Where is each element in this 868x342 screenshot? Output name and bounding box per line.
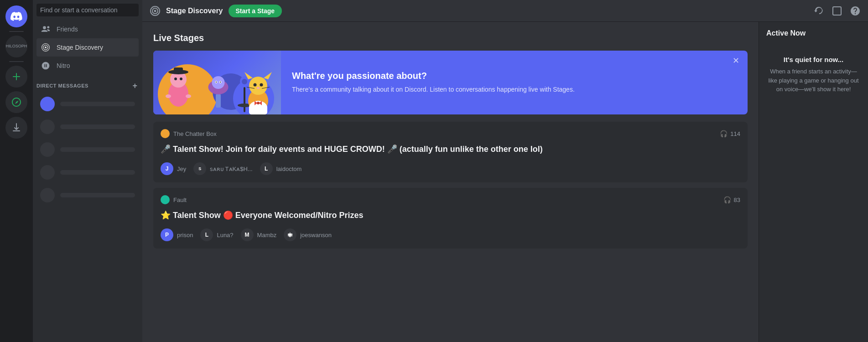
banner-art (153, 51, 281, 114)
listener-count-1: 114 (730, 130, 740, 137)
speaker-saru: S ꜱᴀʀᴜ TᴀKᴀ$H... (193, 162, 252, 175)
start-stage-button[interactable]: Start a Stage (229, 5, 282, 17)
stage-card-2[interactable]: Fault 🎧 83 ⭐ Talent Show 🔴 Everyone Welc… (153, 188, 748, 249)
stage-server-avatar-1 (161, 129, 170, 138)
dm-section-header: DIRECT MESSAGES + (33, 75, 142, 91)
speaker-avatar-mambz: M (241, 228, 254, 241)
window-icon[interactable] (832, 5, 842, 16)
sidebar-item-nitro[interactable]: Nitro (36, 57, 139, 75)
stage-discovery-label: Stage Discovery (57, 44, 103, 51)
speaker-laidoctom: L laidoctom (260, 162, 302, 175)
dm-add-button[interactable]: + (131, 82, 139, 89)
server-separator-2 (9, 61, 24, 62)
help-icon[interactable] (850, 5, 861, 16)
speaker-name-saru: ꜱᴀʀᴜ TᴀKᴀ$H... (210, 166, 252, 172)
stage-server-info-1: The Chatter Box (161, 129, 217, 138)
svg-point-12 (180, 78, 182, 80)
banner-headline: What're you passionate about? (292, 71, 737, 81)
search-placeholder: Find or start a conversation (40, 6, 118, 14)
refresh-icon[interactable] (813, 5, 824, 16)
listener-count-2: 83 (734, 197, 740, 203)
dm-name (60, 124, 135, 129)
dm-name (60, 193, 135, 197)
svg-point-20 (216, 82, 217, 83)
svg-point-30 (254, 83, 257, 87)
svg-rect-6 (833, 7, 841, 15)
stage-listener-count-2: 🎧 83 (723, 196, 740, 203)
main-header: Stage Discovery Start a Stage (142, 0, 868, 22)
active-now-title: Active Now (766, 29, 861, 37)
server-icon-philosophy[interactable]: PHILOSOPHY (5, 36, 27, 57)
speaker-name-laidoctom: laidoctom (276, 166, 302, 172)
dm-name (60, 102, 135, 106)
active-now-quiet-title: It's quiet for now... (766, 56, 861, 63)
active-now-quiet-desc: When a friend starts an activity—like pl… (766, 67, 861, 94)
sidebar-item-stage-discovery[interactable]: Stage Discovery (36, 38, 139, 57)
stage-title-1: 🎤 Talent Show! Join for daily events and… (161, 144, 740, 155)
speaker-avatar-luna: L (200, 228, 213, 241)
live-stages-title: Live Stages (153, 33, 748, 43)
dm-item[interactable] (36, 93, 139, 115)
banner-close-button[interactable]: ✕ (730, 55, 741, 66)
headphone-icon-2: 🎧 (723, 196, 731, 203)
server-sidebar: PHILOSOPHY (0, 0, 33, 342)
speaker-avatar-saru: S (193, 162, 206, 175)
speaker-luna: L Luna? (200, 228, 233, 241)
speaker-mambz: M Mambz (241, 228, 277, 241)
headphone-icon-1: 🎧 (720, 130, 728, 137)
nitro-label: Nitro (57, 62, 70, 69)
stage-server-name-1: The Chatter Box (173, 130, 217, 137)
speaker-name-joeswanson: joeswanson (300, 232, 332, 238)
speaker-jey: J Jey (161, 162, 186, 175)
svg-point-39 (257, 102, 260, 104)
dm-avatar (40, 119, 55, 134)
svg-point-21 (220, 82, 221, 83)
svg-rect-36 (249, 105, 267, 114)
svg-point-5 (154, 10, 156, 12)
stage-server-name-2: Fault (173, 197, 187, 203)
server-icon-home[interactable] (5, 5, 27, 27)
server-icon-compass[interactable] (5, 91, 27, 113)
stage-card-2-header: Fault 🎧 83 (161, 195, 740, 204)
sidebar-nav: Friends Stage Discovery Nitro (33, 20, 142, 75)
active-now-quiet: It's quiet for now... When a friend star… (766, 47, 861, 103)
dm-avatar (40, 188, 55, 202)
dm-avatar (40, 142, 55, 157)
svg-rect-15 (216, 94, 221, 108)
header-title: Stage Discovery (166, 7, 223, 15)
content-body: Live Stages (142, 22, 868, 342)
nitro-icon (40, 60, 51, 71)
speaker-name-mambz: Mambz (257, 232, 277, 238)
svg-point-27 (249, 77, 267, 95)
stage-listener-count-1: 🎧 114 (720, 130, 740, 137)
speaker-prison: P prison (161, 228, 193, 241)
svg-point-31 (260, 83, 263, 87)
dm-item[interactable] (36, 139, 139, 161)
speaker-avatar-joeswanson: 🕷 (284, 228, 296, 241)
speaker-avatar-prison: P (161, 228, 173, 241)
friends-icon (40, 24, 51, 35)
svg-rect-10 (174, 67, 183, 74)
dm-item[interactable] (36, 116, 139, 138)
dm-item[interactable] (36, 161, 139, 183)
speaker-avatar-laidoctom: L (260, 162, 273, 175)
stage-card-1-header: The Chatter Box 🎧 114 (161, 129, 740, 138)
speaker-joeswanson: 🕷 joeswanson (284, 228, 332, 241)
server-icon-download[interactable] (5, 117, 27, 139)
dm-name (60, 147, 135, 152)
speaker-name-jey: Jey (177, 166, 186, 172)
dm-sidebar: Find or start a conversation Friends Sta… (33, 0, 142, 342)
stage-title-2: ⭐ Talent Show 🔴 Everyone Welcomed/Nitro … (161, 210, 740, 221)
header-right-icons (813, 5, 861, 16)
stages-main: Live Stages (142, 22, 759, 342)
server-separator (9, 31, 24, 32)
dm-list (33, 91, 142, 208)
search-bar[interactable]: Find or start a conversation (36, 4, 139, 16)
sidebar-item-friends[interactable]: Friends (36, 20, 139, 38)
server-icon-add[interactable] (5, 66, 27, 88)
svg-point-11 (174, 78, 177, 80)
dm-item[interactable] (36, 184, 139, 206)
stage-card-1[interactable]: The Chatter Box 🎧 114 🎤 Talent Show! Joi… (153, 122, 748, 182)
friends-label: Friends (57, 26, 78, 33)
svg-point-32 (257, 87, 260, 89)
